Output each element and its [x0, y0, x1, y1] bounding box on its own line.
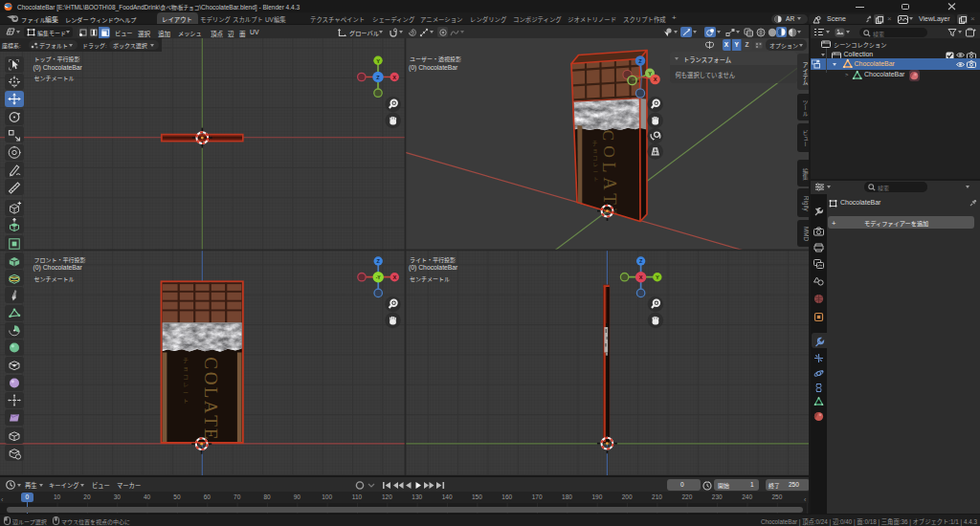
svg-text:コ: コ	[183, 374, 189, 380]
svg-text:チ: チ	[183, 358, 189, 363]
svg-text:Y: Y	[656, 274, 659, 280]
svg-text:ー: ー	[183, 390, 189, 396]
svg-text:T: T	[201, 415, 221, 427]
svg-text:Y: Y	[376, 58, 380, 64]
svg-text:Z: Z	[376, 258, 380, 264]
svg-text:A: A	[201, 401, 221, 414]
svg-text:X: X	[654, 77, 657, 82]
svg-text:X: X	[392, 75, 396, 80]
svg-text:ョ: ョ	[183, 365, 189, 372]
svg-text:C: C	[599, 130, 617, 141]
svg-text:A: A	[600, 177, 619, 190]
svg-text:ョ: ョ	[592, 147, 598, 154]
svg-text:ト: ト	[183, 398, 189, 404]
svg-text:コ: コ	[592, 155, 598, 161]
svg-text:ト: ト	[593, 176, 599, 182]
svg-text:E: E	[201, 428, 221, 440]
svg-text:Z: Z	[639, 258, 643, 264]
svg-text:X: X	[392, 274, 396, 280]
svg-text:L: L	[599, 163, 618, 173]
svg-text:C: C	[201, 357, 221, 369]
svg-text:レ: レ	[183, 382, 189, 387]
svg-text:Z: Z	[638, 58, 642, 64]
svg-text:O: O	[201, 372, 221, 385]
svg-text:X: X	[639, 274, 643, 280]
svg-text:-Y: -Y	[376, 274, 382, 280]
svg-text:O: O	[600, 145, 619, 158]
svg-text:T: T	[600, 193, 620, 205]
svg-text:レ: レ	[592, 162, 598, 167]
svg-text:Z: Z	[376, 75, 380, 80]
svg-text:ー: ー	[592, 169, 598, 175]
svg-text:Y: Y	[648, 71, 652, 77]
svg-text:チ: チ	[592, 141, 598, 146]
svg-text:L: L	[201, 387, 221, 399]
